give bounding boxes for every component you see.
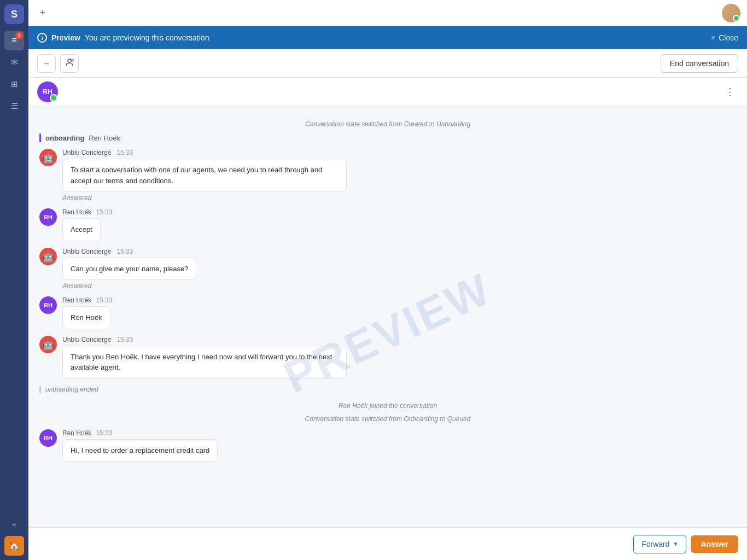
avatar-image (722, 4, 740, 22)
answer-button[interactable]: Answer (691, 535, 738, 553)
assign-button[interactable] (60, 54, 79, 73)
bottom-actions: Forward ▼ Answer (28, 527, 747, 560)
sender-user1: Ren Hoëk (62, 208, 91, 216)
message-meta-user2: Ren Hoëk 15:33 (62, 296, 736, 304)
preview-banner-left: i Preview You are previewing this conver… (37, 33, 209, 43)
conversation-toolbar: → End conversation (28, 49, 747, 78)
more-options-button[interactable]: ⋮ (722, 84, 738, 100)
bubble-bot2: Can you give me your name, please? (62, 258, 196, 281)
preview-banner: i Preview You are previewing this conver… (28, 26, 747, 49)
bubble-bot1: To start a conversation with one of our … (62, 159, 347, 192)
sidebar-item-calendar[interactable]: ⊞ (4, 74, 24, 94)
forward-label: Forward (641, 540, 669, 549)
sender-bot2: Unblu Concierge (62, 248, 111, 255)
onboarding-ended-bar (39, 386, 41, 393)
time-user1: 15:33 (96, 208, 112, 216)
conversation-header: RH ⋮ (28, 78, 747, 106)
plus-icon: + (40, 7, 46, 19)
user-avatar-last: RH (39, 429, 57, 447)
user-avatar[interactable] (722, 4, 740, 22)
close-label: Close (719, 33, 738, 42)
message-row-bot3: 🤖 Unblu Concierge 15:33 Thank you Ren Ho… (39, 336, 736, 379)
bot-avatar-1: 🤖 (39, 149, 57, 166)
close-icon: × (711, 33, 715, 42)
sender-user2: Ren Hoëk (62, 296, 91, 304)
bubble-user1: Accept (62, 218, 101, 241)
chat-area[interactable]: Conversation state switched from Created… (28, 106, 747, 527)
message-content-bot2: Unblu Concierge 15:33 Can you give me yo… (62, 248, 736, 290)
toolbar-left: → (37, 54, 79, 73)
end-conversation-label: End conversation (670, 59, 729, 68)
message-content-user2: Ren Hoëk 15:33 Ren Hoëk (62, 296, 736, 329)
chat-wrapper: PREVIEW Conversation state switched from… (28, 106, 747, 560)
sender-bot1: Unblu Concierge (62, 149, 111, 156)
sidebar-item-conversations[interactable]: ≡ 1 (4, 31, 24, 50)
info-icon: i (37, 33, 47, 43)
message-content-bot3: Unblu Concierge 15:33 Thank you Ren Hoëk… (62, 336, 736, 379)
message-row-user2: RH Ren Hoëk 15:33 Ren Hoëk (39, 296, 736, 329)
message-content-bot1: Unblu Concierge 15:33 To start a convers… (62, 149, 736, 202)
onboarding-section: onboarding Ren Hoëk 🤖 Unblu Concierge 15… (39, 133, 736, 393)
bubble-last: Hi, I need to order a replacement credit… (62, 439, 218, 462)
message-meta-bot3: Unblu Concierge 15:33 (62, 336, 736, 343)
bot-avatar-2: 🤖 (39, 248, 57, 265)
onboarding-ended: onboarding ended (39, 386, 736, 393)
chevron-left-icon: « (12, 520, 16, 528)
conversations-badge: 1 (15, 32, 23, 39)
message-row-bot2: 🤖 Unblu Concierge 15:33 Can you give me … (39, 248, 736, 290)
sender-last: Ren Hoëk (62, 429, 91, 437)
joined-message: Ren Hoëk joined the conversation (39, 402, 736, 410)
message-content-user1: Ren Hoëk 15:33 Accept (62, 208, 736, 241)
bubble-bot3: Thank you Ren Hoëk, I have everything I … (62, 346, 347, 379)
home-icon: 🏠 (9, 541, 20, 551)
sidebar-collapse-button[interactable]: « (4, 514, 24, 534)
user-avatar-2: RH (39, 296, 57, 314)
forward-toolbar-button[interactable]: → (37, 54, 56, 73)
preview-close-button[interactable]: × Close (711, 33, 738, 42)
state-message-1: Conversation state switched from Created… (39, 120, 736, 128)
inbox-icon: ✉ (11, 57, 18, 67)
answered-bot1: Answered (62, 194, 736, 202)
bot-avatar-3: 🤖 (39, 336, 57, 353)
onboarding-bar (39, 133, 41, 142)
time-bot3: 15:33 (116, 336, 133, 343)
state-message-2: Conversation state switched from Onboard… (39, 415, 736, 423)
end-conversation-button[interactable]: End conversation (661, 54, 738, 73)
message-meta-user1: Ren Hoëk 15:33 (62, 208, 736, 216)
answered-bot2: Answered (62, 282, 736, 290)
sidebar-item-inbox[interactable]: ✉ (4, 52, 24, 72)
archive-icon: ☰ (11, 101, 18, 111)
sidebar-home-button[interactable]: 🏠 (4, 536, 24, 556)
top-bar: + (28, 0, 747, 26)
time-bot2: 15:33 (116, 248, 133, 255)
sender-bot3: Unblu Concierge (62, 336, 111, 343)
ellipsis-icon: ⋮ (725, 86, 735, 98)
time-bot1: 15:33 (116, 149, 133, 156)
calendar-icon: ⊞ (11, 79, 18, 89)
sidebar-logo: S (4, 4, 24, 24)
answer-label: Answer (701, 540, 728, 549)
message-meta-bot2: Unblu Concierge 15:33 (62, 248, 736, 255)
sidebar-bottom: « 🏠 (4, 514, 24, 556)
onboarding-title: onboarding Ren Hoëk (45, 134, 120, 142)
onboarding-ended-text: onboarding ended (45, 386, 98, 393)
preview-label: Preview (51, 33, 80, 42)
assign-icon (65, 58, 74, 68)
sidebar-item-archive[interactable]: ☰ (4, 96, 24, 116)
message-content-last: Ren Hoëk 15:33 Hi, I need to order a rep… (62, 429, 736, 462)
preview-description: You are previewing this conversation (85, 33, 209, 42)
forward-dropdown-icon: ▼ (673, 541, 679, 547)
user-avatar-1: RH (39, 208, 57, 226)
message-row-user1: RH Ren Hoëk 15:33 Accept (39, 208, 736, 241)
add-tab-button[interactable]: + (35, 5, 50, 21)
bubble-user2: Ren Hoëk (62, 306, 110, 329)
message-row-bot1: 🤖 Unblu Concierge 15:33 To start a conve… (39, 149, 736, 202)
contact-avatar: RH (37, 81, 58, 102)
onboarding-header: onboarding Ren Hoëk (39, 133, 736, 142)
forward-button[interactable]: Forward ▼ (633, 535, 686, 553)
message-meta-last: Ren Hoëk 15:33 (62, 429, 736, 437)
message-meta-bot1: Unblu Concierge 15:33 (62, 149, 736, 156)
sidebar: S ≡ 1 ✉ ⊞ ☰ « 🏠 (0, 0, 28, 560)
time-user2: 15:33 (96, 296, 112, 304)
forward-icon: → (43, 59, 50, 68)
